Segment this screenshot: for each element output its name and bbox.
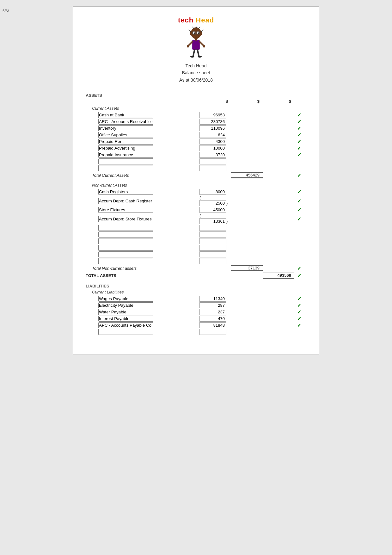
row-value-cell bbox=[199, 225, 231, 231]
row-amount-input[interactable] bbox=[199, 251, 226, 257]
row-value-cell bbox=[199, 112, 231, 118]
total-current-assets-val2: 456429 bbox=[231, 172, 263, 178]
row-amount-input[interactable] bbox=[199, 200, 226, 206]
row-value-cell bbox=[199, 309, 231, 315]
row-value-cell bbox=[199, 139, 231, 145]
total-assets-row: TOTAL ASSETS 493568 ✔ bbox=[86, 273, 306, 279]
asset-row: ✔ bbox=[86, 125, 306, 131]
row-check: ✔ bbox=[294, 112, 304, 118]
asset-row bbox=[86, 231, 306, 237]
row-amount-input[interactable] bbox=[199, 316, 226, 322]
row-amount-input[interactable] bbox=[199, 165, 226, 171]
company-name: Tech Head Balance sheet As at 30/06/2018 bbox=[86, 62, 306, 83]
row-name-input[interactable] bbox=[98, 125, 153, 131]
row-value-cell bbox=[199, 316, 231, 322]
content-area: tech Head bbox=[73, 6, 319, 355]
row-label-cell bbox=[86, 189, 199, 195]
row-amount-input[interactable] bbox=[199, 225, 226, 231]
row-amount-input[interactable] bbox=[199, 112, 226, 118]
row-label-cell bbox=[86, 258, 199, 264]
row-name-input[interactable] bbox=[98, 152, 153, 158]
asset-row: ✔ bbox=[86, 309, 306, 315]
row-amount-input[interactable] bbox=[199, 158, 226, 164]
svg-point-20 bbox=[203, 45, 205, 47]
row-label-cell bbox=[86, 309, 199, 315]
row-amount-input[interactable] bbox=[199, 139, 226, 145]
row-amount-input[interactable] bbox=[199, 238, 226, 244]
row-value-cell bbox=[199, 158, 231, 164]
row-name-input[interactable] bbox=[98, 309, 153, 315]
row-name-input[interactable] bbox=[98, 296, 153, 302]
row-amount-input[interactable] bbox=[199, 329, 226, 335]
row-name-input[interactable] bbox=[98, 158, 153, 164]
svg-point-13 bbox=[195, 35, 197, 36]
asset-row: ✔ bbox=[86, 322, 306, 328]
noncurrent-assets-section: Non-current Assets bbox=[86, 183, 306, 188]
asset-row bbox=[86, 158, 306, 164]
asset-row bbox=[86, 165, 306, 171]
row-name-input[interactable] bbox=[98, 322, 153, 328]
asset-row: ✔ bbox=[86, 132, 306, 138]
row-check: ✔ bbox=[294, 309, 304, 315]
row-amount-input[interactable] bbox=[199, 258, 226, 264]
row-amount-input[interactable] bbox=[199, 145, 226, 151]
row-value-cell bbox=[199, 132, 231, 138]
row-amount-input[interactable] bbox=[199, 119, 226, 125]
row-name-input[interactable] bbox=[98, 112, 153, 118]
col-val2-header: $ bbox=[231, 99, 263, 104]
row-name-input[interactable] bbox=[98, 207, 153, 213]
col-val3-header: $ bbox=[263, 99, 294, 104]
logo-title: tech Head bbox=[178, 16, 214, 24]
row-name-input[interactable] bbox=[98, 316, 153, 322]
row-name-input[interactable] bbox=[98, 258, 153, 264]
row-name-input[interactable] bbox=[98, 189, 153, 195]
row-amount-input[interactable] bbox=[199, 152, 226, 158]
row-name-input[interactable] bbox=[98, 329, 153, 335]
svg-point-15 bbox=[200, 32, 202, 35]
row-amount-input[interactable] bbox=[199, 125, 226, 131]
asset-row bbox=[86, 245, 306, 251]
row-name-input[interactable] bbox=[98, 216, 153, 222]
total-noncurrent-assets-label: Total Non-current assets bbox=[86, 266, 199, 271]
row-name-input[interactable] bbox=[98, 119, 153, 125]
row-name-input[interactable] bbox=[98, 225, 153, 231]
paren-open: ( bbox=[199, 213, 201, 218]
noncurrent-assets-rows: ✔()✔✔()✔ bbox=[86, 189, 306, 264]
current-liabilities-header: Current Liabilities bbox=[92, 290, 306, 294]
row-amount-input[interactable] bbox=[199, 231, 226, 237]
row-name-input[interactable] bbox=[98, 139, 153, 145]
asset-row: ✔ bbox=[86, 145, 306, 151]
row-name-input[interactable] bbox=[98, 165, 153, 171]
row-name-input[interactable] bbox=[98, 251, 153, 257]
row-name-input[interactable] bbox=[98, 132, 153, 138]
row-name-input[interactable] bbox=[98, 302, 153, 308]
row-amount-input[interactable] bbox=[199, 132, 226, 138]
row-value-cell bbox=[199, 251, 231, 257]
report-title-text: Balance sheet bbox=[86, 69, 306, 76]
row-check: ✔ bbox=[294, 216, 304, 222]
row-amount-input[interactable] bbox=[199, 309, 226, 315]
row-amount-input[interactable] bbox=[199, 245, 226, 251]
row-name-input[interactable] bbox=[98, 245, 153, 251]
row-name-input[interactable] bbox=[98, 198, 153, 204]
assets-section-header: ASSETS bbox=[86, 93, 306, 98]
row-amount-input[interactable] bbox=[199, 302, 226, 308]
logo-area: tech Head bbox=[86, 16, 306, 59]
total-noncurrent-assets-row: Total Non-current assets 37139 ✔ bbox=[86, 265, 306, 271]
row-check: ✔ bbox=[294, 302, 304, 308]
row-amount-input[interactable] bbox=[199, 322, 226, 328]
row-amount-input[interactable] bbox=[199, 207, 226, 213]
row-label-cell bbox=[86, 251, 199, 257]
row-amount-input[interactable] bbox=[199, 189, 226, 195]
logo-tech: tech bbox=[178, 16, 196, 24]
paren-close: ) bbox=[226, 219, 228, 224]
row-label-cell bbox=[86, 296, 199, 302]
row-amount-input[interactable] bbox=[199, 296, 226, 302]
row-amount-input[interactable] bbox=[199, 218, 226, 224]
row-name-input[interactable] bbox=[98, 145, 153, 151]
total-current-assets-label: Total Current Assets bbox=[86, 173, 199, 178]
liabilities-section-header: LIABILITIES bbox=[86, 284, 306, 288]
total-noncurrent-assets-check: ✔ bbox=[294, 265, 304, 271]
row-name-input[interactable] bbox=[98, 238, 153, 244]
row-name-input[interactable] bbox=[98, 231, 153, 237]
